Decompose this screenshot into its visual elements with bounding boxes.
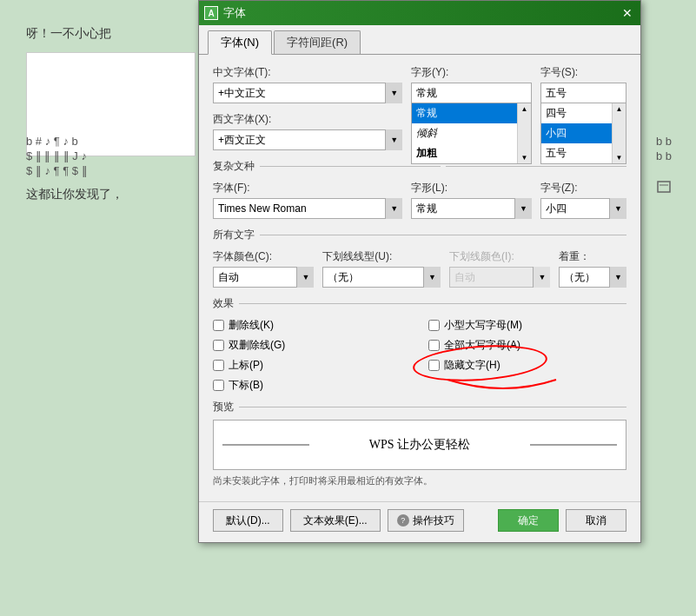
tips-icon: ? (397, 514, 409, 527)
scroll-down-icon: ▼ (520, 154, 527, 162)
font-style-dropdown[interactable]: 常规 倾斜 加粗 ▲ ▼ (411, 103, 532, 164)
tab-spacing[interactable]: 字符间距(R) (274, 30, 361, 54)
font-style-scrollbar: ▲ ▼ (517, 103, 531, 163)
superscript-checkbox[interactable] (213, 360, 224, 371)
font-color-select[interactable]: 自动 (213, 267, 314, 288)
preview-note: 尚未安装此字体，打印时将采用最相近的有效字体。 (213, 474, 626, 487)
effect-superscript: 上标(P) (213, 358, 411, 373)
cancel-button[interactable]: 取消 (566, 509, 626, 532)
subscript-label: 下标(B) (229, 378, 263, 393)
ok-button[interactable]: 确定 (498, 509, 559, 532)
effect-double-strikethrough: 双删除线(G) (213, 338, 411, 353)
font-size-dropdown[interactable]: 四号 小四 五号 ▲ ▼ (540, 103, 626, 164)
font-style-option-normal[interactable]: 常规 (412, 103, 517, 123)
bg-text-1: 呀！一不小心把 (26, 26, 111, 42)
title-bar-left: A 字体 (204, 5, 246, 21)
emphasis-select-wrap: （无） ▼ (559, 267, 626, 288)
font-style-option-bold[interactable]: 加粗 (412, 143, 517, 163)
chinese-font-select[interactable]: +中文正文 (213, 83, 402, 103)
dialog-title: 字体 (223, 5, 246, 21)
hidden-label: 隐藏文字(H) (444, 358, 500, 373)
complex-style-select[interactable]: 常规 (411, 198, 532, 219)
bg-text-toolbar-1: b # ♪ ¶ ♪ b (26, 135, 78, 148)
western-font-label: 西文字体(X): (213, 112, 402, 127)
complex-style-label: 字形(L): (411, 181, 532, 195)
preview-section-header: 预览 (213, 400, 626, 414)
hidden-checkbox[interactable] (428, 360, 440, 371)
effects-label: 效果 (213, 296, 234, 311)
font-size-scrollbar: ▲ ▼ (612, 103, 626, 163)
font-style-value: 常规 (416, 86, 437, 101)
color-underline-row: 字体颜色(C): 自动 ▼ 下划线线型(U): （无） ▼ 下划 (213, 249, 626, 288)
bg-icon-right (656, 178, 673, 195)
font-size-list-wrap: 四号 小四 五号 ▲ ▼ (541, 103, 626, 163)
preview-text: WPS 让办公更轻松 (369, 437, 470, 453)
effect-hidden: 隐藏文字(H) (428, 358, 626, 373)
strikethrough-checkbox[interactable] (213, 320, 224, 331)
all-caps-checkbox[interactable] (428, 340, 440, 351)
preview-label: 预览 (213, 400, 234, 414)
underline-type-select[interactable]: （无） (322, 267, 441, 288)
subscript-checkbox[interactable] (213, 380, 224, 391)
emphasis-select[interactable]: （无） (559, 267, 626, 288)
complex-font-select[interactable]: Times New Roman (213, 198, 402, 219)
effect-strikethrough: 删除线(K) (213, 318, 411, 333)
size-scroll-down-icon: ▼ (616, 154, 623, 162)
preview-right-line (530, 445, 617, 446)
complex-size-select[interactable]: 小四 (540, 198, 626, 219)
effects-divider (239, 303, 626, 304)
font-style-option-italic[interactable]: 倾斜 (412, 123, 517, 143)
font-size-list: 四号 小四 五号 (541, 103, 612, 163)
preview-box: WPS 让办公更轻松 (213, 420, 626, 470)
double-strikethrough-checkbox[interactable] (213, 340, 224, 351)
effect-subscript: 下标(B) (213, 378, 411, 393)
preview-divider (239, 407, 626, 407)
chinese-font-select-wrap: +中文正文 ▼ (213, 83, 402, 103)
double-strikethrough-label: 双删除线(G) (229, 338, 285, 353)
bg-text-right-2: b b (656, 149, 672, 162)
chinese-font-group: 中文字体(T): +中文正文 ▼ (213, 65, 402, 103)
all-text-section-header: 所有文字 (213, 228, 626, 242)
font-size-option-5[interactable]: 五号 (541, 143, 612, 163)
font-size-option-xiaosi[interactable]: 小四 (541, 123, 612, 143)
font-size-input[interactable]: 五号 (540, 83, 626, 103)
complex-font-label: 字体(F): (213, 181, 402, 195)
form-body: 中文字体(T): +中文正文 ▼ 字形(Y): 常规 (199, 55, 640, 498)
font-style-list: 常规 倾斜 加粗 (412, 103, 517, 163)
button-spacer (471, 509, 491, 532)
font-size-group: 字号(S): 五号 四号 小四 五号 (540, 65, 626, 103)
tips-label: 操作技巧 (413, 513, 454, 528)
default-button[interactable]: 默认(D)... (213, 509, 283, 532)
bg-text-toolbar-2: $ ‖ ‖ ‖ ‖ J ♪ (26, 149, 87, 162)
bg-text-2: 这都让你发现了， (26, 187, 123, 202)
complex-style-group: 字形(L): 常规 ▼ (411, 181, 532, 219)
title-bar-controls: ✕ (620, 5, 635, 21)
complex-section-label: 复杂文种 (213, 159, 255, 174)
close-button[interactable]: ✕ (620, 5, 635, 21)
complex-size-select-wrap: 小四 ▼ (540, 198, 626, 219)
complex-font-group: 字体(F): Times New Roman ▼ (213, 181, 402, 219)
all-caps-label: 全部大写字母(A) (444, 338, 520, 353)
western-font-select[interactable]: +西文正文 (213, 129, 402, 150)
underline-type-select-wrap: （无） ▼ (322, 267, 441, 288)
small-caps-label: 小型大写字母(M) (444, 318, 522, 333)
underline-color-select-wrap: 自动 ▼ (449, 267, 550, 288)
bg-text-right-1: b b (656, 135, 672, 148)
font-style-input[interactable]: 常规 (411, 83, 532, 103)
text-effect-button[interactable]: 文本效果(E)... (290, 509, 381, 532)
font-size-option-4[interactable]: 四号 (541, 103, 612, 123)
preview-section: 预览 WPS 让办公更轻松 尚未安装此字体，打印时将采用最相近的有效字体。 (213, 400, 626, 487)
effect-small-caps: 小型大写字母(M) (428, 318, 626, 333)
effect-all-caps: 全部大写字母(A) (428, 338, 626, 353)
small-caps-checkbox[interactable] (428, 320, 440, 331)
underline-type-group: 下划线线型(U): （无） ▼ (322, 249, 441, 288)
tab-font[interactable]: 字体(N) (208, 30, 272, 55)
svg-rect-0 (658, 182, 670, 192)
font-size-value: 五号 (546, 86, 567, 101)
font-color-group: 字体颜色(C): 自动 ▼ (213, 249, 314, 288)
chinese-font-label: 中文字体(T): (213, 65, 402, 80)
complex-size-label: 字号(Z): (540, 181, 626, 195)
effects-section-header: 效果 (213, 296, 626, 311)
superscript-label: 上标(P) (229, 358, 263, 373)
tips-button[interactable]: ? 操作技巧 (388, 509, 464, 532)
